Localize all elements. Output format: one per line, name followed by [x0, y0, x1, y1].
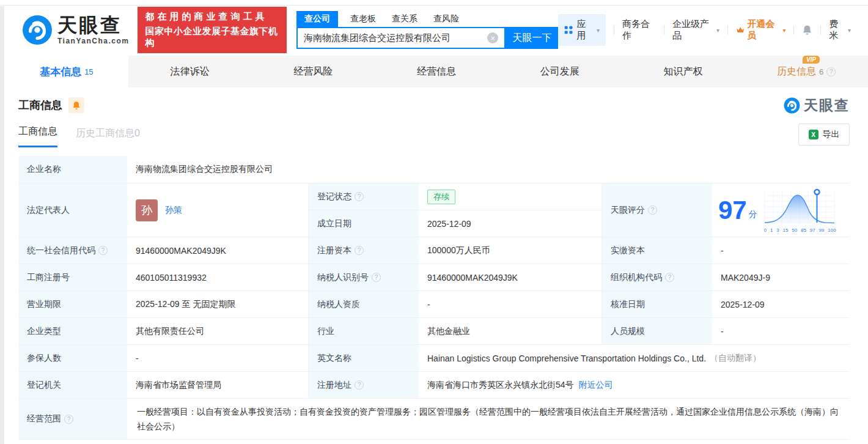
- search-tab-risk[interactable]: 查风险: [433, 11, 459, 27]
- subtab-business-info[interactable]: 工商信息: [18, 125, 57, 147]
- field-value-taxpayer-id: 91460000MAK2049J9K: [419, 264, 602, 291]
- apps-caret-icon: ▾: [597, 27, 600, 34]
- field-label-insured-count: 参保人数: [18, 345, 127, 372]
- apps-grid-icon: [564, 25, 573, 35]
- field-value-business-scope: 一般经营项目：以自有资金从事投资活动；自有资金投资的资产管理服务；园区管理服务（…: [127, 399, 850, 440]
- field-label-legal-rep: 法定代表人: [18, 183, 127, 237]
- clear-icon[interactable]: ×: [487, 32, 498, 43]
- field-label-staff-size: 人员规模: [602, 318, 712, 345]
- apps-label: 应用: [577, 18, 594, 42]
- field-label-industry: 行业: [309, 318, 419, 345]
- field-label-reg-number: 工商注册号: [18, 264, 127, 291]
- tab-operation-risk[interactable]: 经营风险: [251, 56, 375, 87]
- user-menu[interactable]: 费米 ▾: [829, 18, 851, 42]
- tab-basic-info-label: 基本信息: [40, 65, 81, 79]
- vip-caret-icon: ▾: [782, 27, 785, 34]
- auto-translate-note: （自动翻译）: [710, 353, 761, 364]
- field-value-taxpayer-quality: -: [419, 291, 602, 318]
- business-scope-help-icon[interactable]: ?: [64, 415, 73, 424]
- chart-marker-pin: [814, 190, 819, 194]
- search-tab-company[interactable]: 查公司: [296, 11, 338, 27]
- search-field-wrap: ×: [296, 27, 506, 49]
- credit-code-help-icon[interactable]: ?: [98, 246, 108, 255]
- enterprise-products-menu[interactable]: 企业级产品 ▾: [672, 18, 719, 42]
- field-value-reg-capital: 100000万人民币: [419, 237, 602, 264]
- field-value-reg-number: 460105011319932: [127, 264, 309, 291]
- tab-history-info[interactable]: 历史信息 VIP 6 ?: [745, 56, 868, 87]
- field-label-company-type: 企业类型: [18, 318, 127, 345]
- reg-capital-help-icon[interactable]: ?: [355, 246, 364, 255]
- export-label: 导出: [823, 129, 840, 140]
- search-tabs: 查公司 查老板 查关系 查风险: [296, 11, 558, 27]
- field-value-org-code: MAK2049J-9: [712, 264, 850, 291]
- logo-domain: TianYanCha.com: [57, 37, 129, 45]
- apps-menu[interactable]: 应用 ▾: [558, 14, 606, 46]
- field-label-reg-authority: 登记机关: [18, 372, 127, 399]
- logo-title: 天眼查: [57, 15, 129, 35]
- reg-address-help-icon[interactable]: ?: [355, 380, 364, 390]
- field-value-staff-size: -: [712, 318, 850, 345]
- tab-basic-info-count: 15: [84, 67, 93, 76]
- divider: [820, 26, 821, 35]
- excel-icon: X: [809, 130, 818, 139]
- tab-company-development[interactable]: 公司发展: [498, 56, 622, 87]
- enterprise-products-label: 企业级产品: [672, 18, 714, 42]
- search-button[interactable]: 天眼一下: [506, 27, 558, 49]
- nearby-companies-link[interactable]: 附近公司: [579, 380, 613, 391]
- field-label-taxpayer-id: 纳税人识别号?: [309, 264, 419, 291]
- tab-intellectual-property[interactable]: 知识产权: [622, 56, 745, 87]
- field-label-taxpayer-quality: 纳税人资质: [309, 291, 419, 318]
- tianyancha-logo-icon: [22, 15, 53, 45]
- business-cooperation-link[interactable]: 商务合作: [622, 18, 656, 42]
- reg-status-help-icon[interactable]: ?: [355, 192, 364, 201]
- field-value-establish-date: 2025-12-09: [419, 210, 602, 237]
- field-label-credit-code: 统一社会信用代码?: [18, 237, 127, 264]
- history-help-icon[interactable]: ?: [826, 67, 836, 76]
- notifications-button[interactable]: [802, 24, 812, 35]
- field-value-tyc-score: 97 分: [712, 183, 850, 237]
- tab-basic-info[interactable]: 基本信息 15: [5, 56, 128, 87]
- field-value-company-name: 海南物流集团综合交运控股有限公司: [127, 156, 850, 183]
- tab-legal-litigation[interactable]: 法律诉讼: [128, 56, 252, 87]
- search-input[interactable]: [298, 33, 487, 43]
- orange-bell-icon: [72, 101, 81, 110]
- field-label-approval-date: 核准日期: [602, 291, 712, 318]
- legal-rep-link[interactable]: 孙策: [165, 205, 182, 216]
- open-vip-menu[interactable]: 开通会员 ▾: [736, 18, 786, 42]
- open-vip-label: 开通会员: [747, 18, 780, 42]
- watermark-logo-icon: [784, 97, 800, 114]
- search-area: 查公司 查老板 查关系 查风险 × 天眼一下: [296, 11, 558, 49]
- subtab-history-business-info[interactable]: 历史工商信息0: [76, 127, 140, 147]
- tyc-score-help-icon[interactable]: ?: [648, 205, 657, 215]
- site-header: 天眼查 TianYanCha.com 都在用的商业查询工具 国家中小企业发展子基…: [0, 6, 868, 54]
- field-label-reg-status: 登记状态 ?: [309, 183, 419, 210]
- search-tab-relation[interactable]: 查关系: [392, 11, 417, 27]
- field-label-tyc-score: 天眼评分 ?: [602, 183, 712, 237]
- page-left-strip: [0, 6, 4, 444]
- promo-line-2: 国家中小企业发展子基金旗下机构: [145, 26, 279, 49]
- score-distribution-chart: 01 315 5085 9799 100: [763, 188, 837, 233]
- search-tab-boss[interactable]: 查老板: [350, 11, 376, 27]
- tianyancha-logo[interactable]: 天眼查 TianYanCha.com: [22, 15, 129, 45]
- field-label-org-code: 组织机构代码?: [602, 264, 712, 291]
- export-button[interactable]: X 导出: [798, 124, 850, 146]
- score-curve: [763, 188, 837, 227]
- field-value-english-name: Hainan Logistics Group Comprehensive Tra…: [419, 345, 850, 372]
- divider: [793, 26, 794, 35]
- legal-rep-avatar: 孙: [136, 199, 158, 221]
- business-info-table: 企业名称 海南物流集团综合交运控股有限公司 法定代表人 孙 孙策 登记状态 ? …: [18, 156, 850, 440]
- chart-x-ticks: 01 315 5085 9799 100: [763, 228, 837, 233]
- field-value-reg-status: 存续: [419, 183, 602, 210]
- company-nav-tabs: 基本信息 15 法律诉讼 经营风险 经营信息 公司发展 知识产权 历史信息 VI…: [5, 56, 868, 87]
- taxpayer-id-help-icon[interactable]: ?: [372, 273, 381, 282]
- monitor-bell-button[interactable]: [68, 97, 84, 113]
- field-value-company-type: 其他有限责任公司: [127, 318, 309, 345]
- promo-banner: 都在用的商业查询工具 国家中小企业发展子基金旗下机构: [138, 7, 286, 53]
- field-value-paid-capital: -: [712, 237, 850, 264]
- field-value-reg-authority: 海南省市场监督管理局: [127, 372, 309, 399]
- reg-status-label: 登记状态: [317, 191, 351, 202]
- score-unit: 分: [749, 209, 757, 220]
- bell-icon: [802, 24, 812, 35]
- org-code-help-icon[interactable]: ?: [665, 273, 674, 282]
- tab-operation-info[interactable]: 经营信息: [375, 56, 498, 87]
